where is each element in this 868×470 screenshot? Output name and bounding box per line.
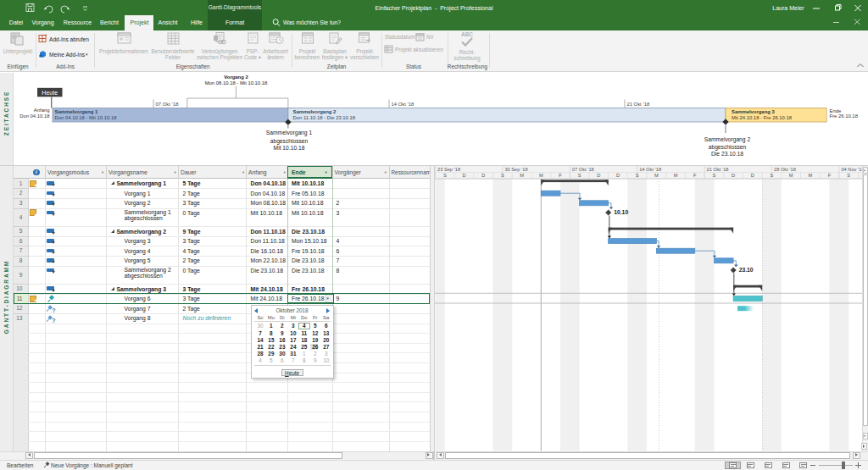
svg-text:S: S [770, 173, 773, 178]
svg-text:Mon 08.10.18 - Mit 10.10.18: Mon 08.10.18 - Mit 10.10.18 [205, 80, 268, 85]
svg-text:Sammelvorgang 1: Sammelvorgang 1 [266, 130, 313, 136]
svg-text:Sammelvorgang 1: Sammelvorgang 1 [55, 109, 98, 114]
svg-text:S: S [577, 173, 581, 178]
svg-text:14 Okt ’18: 14 Okt ’18 [639, 167, 661, 172]
svg-text:S: S [442, 173, 446, 178]
svg-text:Heute: Heute [42, 89, 58, 95]
svg-text:F: F [693, 173, 697, 178]
svg-text:07 Okt ’18: 07 Okt ’18 [571, 167, 593, 172]
svg-text:28 Okt ’18: 28 Okt ’18 [774, 167, 796, 172]
svg-text:23 Sep ’18: 23 Sep ’18 [437, 167, 460, 172]
svg-text:S: S [635, 173, 638, 178]
svg-text:S: S [847, 173, 850, 178]
svg-text:Don 04.10.18 - Mit 10.10.18: Don 04.10.18 - Mit 10.10.18 [55, 115, 118, 120]
svg-text:S: S [501, 173, 504, 178]
svg-text:?: ? [52, 306, 56, 313]
svg-text:M: M [654, 173, 659, 178]
svg-text:14 Okt ’18: 14 Okt ’18 [392, 101, 415, 106]
svg-text:Mit 10.10.18: Mit 10.10.18 [274, 145, 305, 151]
svg-text:Ende: Ende [830, 108, 842, 113]
svg-text:S: S [712, 173, 715, 178]
svg-text:Die 23.10.18: Die 23.10.18 [711, 151, 743, 157]
svg-text:Vorgang 2: Vorgang 2 [224, 74, 248, 79]
svg-text:M: M [673, 173, 677, 178]
svg-text:D: D [481, 173, 485, 178]
svg-text:M: M [520, 173, 524, 178]
svg-text:Mit 24.10.18 - Fre 26.10.18: Mit 24.10.18 - Fre 26.10.18 [732, 115, 793, 120]
svg-text:F: F [827, 173, 831, 178]
svg-text:Don 04.10.18: Don 04.10.18 [19, 113, 50, 118]
svg-text:Sammelvorgang 2: Sammelvorgang 2 [704, 136, 751, 143]
svg-text:M: M [808, 173, 812, 178]
svg-text:D: D [750, 173, 754, 178]
svg-text:10.10: 10.10 [614, 209, 628, 215]
svg-text:D: D [462, 173, 465, 178]
svg-text:30 Sep ’18: 30 Sep ’18 [504, 167, 527, 172]
svg-text:D: D [615, 173, 619, 178]
svg-text:Fre 26.10.18: Fre 26.10.18 [830, 113, 859, 119]
svg-text:21 Okt ’18: 21 Okt ’18 [706, 167, 728, 172]
svg-text:07 Okt ’18: 07 Okt ’18 [156, 101, 180, 106]
svg-text:Sammelvorgang 2: Sammelvorgang 2 [293, 109, 337, 114]
svg-text:Anfang: Anfang [34, 108, 50, 113]
svg-text:23.10: 23.10 [738, 267, 753, 273]
svg-text:?: ? [52, 316, 56, 323]
svg-text:21 Okt ’18: 21 Okt ’18 [626, 101, 650, 106]
svg-text:F: F [559, 173, 562, 178]
svg-text:Sammelvorgang 3: Sammelvorgang 3 [732, 109, 775, 114]
svg-text:Don 11.10.18 - Die 23.10.18: Don 11.10.18 - Die 23.10.18 [293, 115, 356, 120]
svg-text:M: M [788, 173, 793, 178]
svg-text:M: M [538, 173, 542, 178]
svg-text:abgeschlossen: abgeschlossen [270, 137, 309, 144]
svg-text:04 Nov ’18: 04 Nov ’18 [841, 167, 862, 172]
svg-text:D: D [597, 173, 600, 178]
svg-text:D: D [732, 173, 735, 178]
